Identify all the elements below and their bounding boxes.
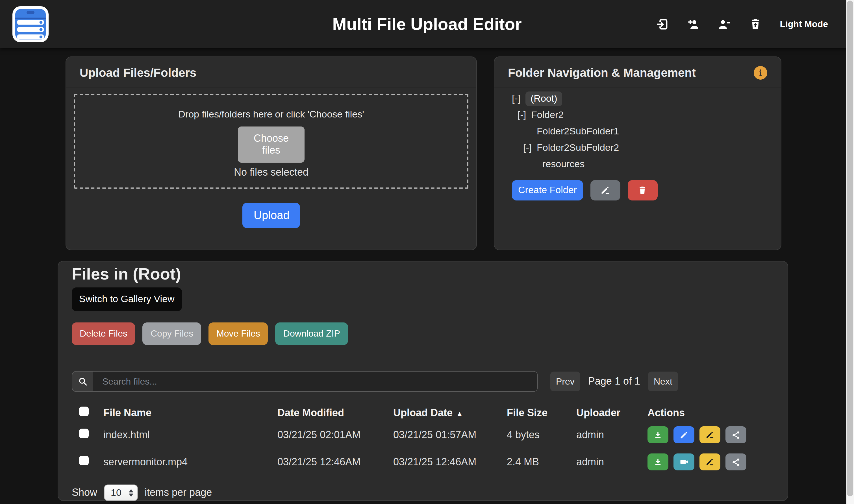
trash-icon xyxy=(638,185,648,195)
rename-pencil-icon xyxy=(705,430,715,439)
table-row: index.html 03/21/25 02:01AM 03/21/25 01:… xyxy=(72,421,771,448)
per-page-select[interactable]: 10 xyxy=(104,485,138,501)
rename-pencil-icon xyxy=(705,457,715,467)
col-date-modified[interactable]: Date Modified xyxy=(273,407,389,419)
app-logo-icon xyxy=(13,6,49,42)
share-icon xyxy=(731,457,741,467)
sort-asc-icon: ▲ xyxy=(456,409,463,418)
edit-file-button[interactable] xyxy=(674,426,694,443)
bulk-actions: Delete Files Copy Files Move Files Downl… xyxy=(72,322,771,345)
share-icon xyxy=(731,430,741,439)
video-camera-icon xyxy=(679,457,689,467)
download-file-button[interactable] xyxy=(647,426,669,443)
header-actions: Light Mode xyxy=(655,17,854,31)
row-actions xyxy=(643,426,771,443)
upload-panel-body: Drop files/folders here or click 'Choose… xyxy=(66,88,476,228)
tree-collapse-toggle[interactable]: [-] xyxy=(512,93,526,104)
tree-node-label[interactable]: Folder2SubFolder1 xyxy=(537,126,619,137)
upload-button[interactable]: Upload xyxy=(243,203,300,228)
pencil-icon xyxy=(679,430,689,439)
info-icon[interactable]: i xyxy=(754,66,767,79)
folder-tree: [-] (Root) [-] Folder2 Folder2SubFolder1… xyxy=(494,88,781,200)
search-input[interactable] xyxy=(93,371,538,392)
per-page-value: 10 xyxy=(111,487,129,498)
page-status: Page 1 of 1 xyxy=(588,376,640,388)
share-file-button[interactable] xyxy=(726,453,746,470)
tree-node-folder2subfolder1: Folder2SubFolder1 xyxy=(512,123,767,140)
col-upload-date[interactable]: Upload Date▲ xyxy=(389,407,502,419)
rename-file-button[interactable] xyxy=(699,453,720,470)
play-video-button[interactable] xyxy=(674,453,694,470)
stepper-arrows-icon xyxy=(129,489,134,497)
row-checkbox[interactable] xyxy=(79,429,89,438)
login-icon[interactable] xyxy=(655,17,669,31)
file-size: 4 bytes xyxy=(502,429,572,441)
create-folder-button[interactable]: Create Folder xyxy=(512,180,583,200)
choose-files-button[interactable]: Choose files xyxy=(238,126,304,163)
upload-panel: Upload Files/Folders Drop files/folders … xyxy=(66,56,477,250)
scrollbar-thumb[interactable] xyxy=(847,1,853,497)
rename-file-button[interactable] xyxy=(699,426,720,443)
copy-files-button[interactable]: Copy Files xyxy=(143,322,201,345)
tree-node-label[interactable]: Folder2 xyxy=(531,109,564,121)
tree-node-label[interactable]: Folder2SubFolder2 xyxy=(537,142,619,153)
app-root: Multi File Upload Editor Light Mod xyxy=(0,0,854,504)
page-title: Multi File Upload Editor xyxy=(333,14,522,34)
download-zip-button[interactable]: Download ZIP xyxy=(275,322,348,345)
row-checkbox[interactable] xyxy=(79,456,89,465)
file-size: 2.4 MB xyxy=(502,456,572,468)
file-name: index.html xyxy=(98,429,273,441)
file-name: servermonitor.mp4 xyxy=(98,456,273,468)
search-icon xyxy=(77,376,88,387)
dropzone[interactable]: Drop files/folders here or click 'Choose… xyxy=(74,94,468,188)
tree-collapse-toggle[interactable]: [-] xyxy=(518,109,531,121)
remove-user-icon[interactable] xyxy=(717,17,731,31)
table-row: servermonitor.mp4 03/21/25 12:46AM 03/21… xyxy=(72,448,771,475)
folder-panel: Folder Navigation & Management i [-] (Ro… xyxy=(494,56,781,250)
upload-panel-title: Upload Files/Folders xyxy=(66,57,476,88)
download-file-button[interactable] xyxy=(647,453,669,470)
page-scrollbar xyxy=(846,0,854,504)
pagination: Prev Page 1 of 1 Next xyxy=(550,372,678,391)
no-files-text: No files selected xyxy=(75,167,467,178)
uploader: admin xyxy=(572,456,643,468)
tree-node-folder2: [-] Folder2 xyxy=(512,107,767,123)
delete-files-button[interactable]: Delete Files xyxy=(72,322,135,345)
share-file-button[interactable] xyxy=(726,426,746,443)
switch-gallery-view-button[interactable]: Switch to Gallery View xyxy=(72,287,182,311)
upload-date: 03/21/25 12:46AM xyxy=(389,456,502,468)
tree-node-label[interactable]: resources xyxy=(542,158,585,170)
move-files-button[interactable]: Move Files xyxy=(209,322,268,345)
next-page-button[interactable]: Next xyxy=(648,372,678,391)
search-button[interactable] xyxy=(72,371,93,392)
add-user-icon[interactable] xyxy=(687,17,700,31)
edit-pencil-icon xyxy=(600,185,611,196)
delete-folder-button[interactable] xyxy=(628,180,658,200)
tree-node-label[interactable]: (Root) xyxy=(526,91,562,106)
download-icon xyxy=(653,457,663,467)
tree-node-resources: resources xyxy=(512,156,767,172)
per-page-prefix: Show xyxy=(72,487,97,499)
upload-date: 03/21/25 01:57AM xyxy=(389,429,502,441)
col-file-name[interactable]: File Name xyxy=(98,407,273,419)
row-actions xyxy=(643,453,771,470)
select-all-checkbox[interactable] xyxy=(79,407,89,416)
files-table: File Name Date Modified Upload Date▲ Fil… xyxy=(72,404,771,475)
dropzone-text: Drop files/folders here or click 'Choose… xyxy=(75,108,467,120)
app-header: Multi File Upload Editor Light Mod xyxy=(0,0,854,48)
restore-trash-icon[interactable] xyxy=(749,17,762,31)
prev-page-button[interactable]: Prev xyxy=(550,372,580,391)
col-uploader[interactable]: Uploader xyxy=(572,407,643,419)
col-file-size[interactable]: File Size xyxy=(502,407,572,419)
download-icon xyxy=(653,430,663,439)
tree-node-root: [-] (Root) xyxy=(512,90,767,107)
tree-collapse-toggle[interactable]: [-] xyxy=(523,142,537,153)
rename-folder-button[interactable] xyxy=(590,180,620,200)
tree-node-folder2subfolder2: [-] Folder2SubFolder2 xyxy=(512,140,767,156)
files-section-title: Files in (Root) xyxy=(72,265,771,283)
date-modified: 03/21/25 12:46AM xyxy=(273,456,389,468)
items-per-page: Show 10 items per page xyxy=(72,485,771,501)
table-header-row: File Name Date Modified Upload Date▲ Fil… xyxy=(72,404,771,421)
date-modified: 03/21/25 02:01AM xyxy=(273,429,389,441)
theme-toggle-button[interactable]: Light Mode xyxy=(780,19,828,29)
